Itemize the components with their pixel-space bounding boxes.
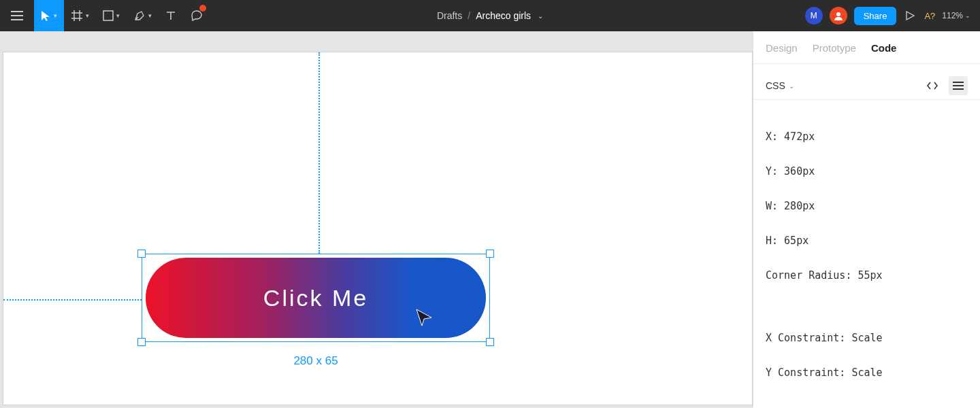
main-menu-button[interactable]	[0, 0, 34, 31]
selected-element[interactable]: Click Me 280 x 65	[142, 254, 490, 342]
selection-dimensions-label: 280 x 65	[142, 354, 490, 368]
breadcrumb-separator: /	[468, 10, 470, 21]
code-properties[interactable]: X: 472px Y: 360px W: 280px H: 65px Corne…	[753, 100, 980, 408]
missing-fonts-badge[interactable]: A?	[924, 11, 935, 21]
resize-handle-tl[interactable]	[137, 250, 146, 258]
comment-tool[interactable]	[183, 0, 210, 31]
shape-tool[interactable]: ▾	[96, 0, 127, 31]
chevron-down-icon: ▾	[116, 12, 120, 19]
avatar[interactable]	[830, 7, 847, 24]
chevron-down-icon: ▾	[54, 12, 57, 19]
top-toolbar: ▾ ▾ ▾ ▾ Drafts / Archeco girls ⌄ M Share…	[0, 0, 980, 31]
play-icon	[906, 11, 915, 20]
pen-tool[interactable]: ▾	[127, 0, 159, 31]
breadcrumb-folder[interactable]: Drafts	[437, 10, 462, 21]
code-language-select[interactable]: CSS ⌄	[766, 80, 794, 91]
alignment-guide-horizontal	[3, 299, 142, 301]
inspector-tabs: Design Prototype Code	[753, 31, 980, 64]
list-icon	[953, 82, 964, 90]
code-language-label: CSS	[766, 80, 785, 91]
prop-y-constraint: Y Constraint: Scale	[766, 364, 968, 382]
notification-dot-icon	[199, 5, 206, 12]
prop-y: Y: 360px	[766, 163, 968, 181]
tab-design[interactable]: Design	[766, 42, 798, 54]
square-icon	[103, 10, 114, 21]
inspector-panel: Design Prototype Code CSS ⌄ X: 472px Y: …	[753, 31, 980, 408]
chevron-down-icon: ⌄	[965, 12, 970, 19]
breadcrumb[interactable]: Drafts / Archeco girls ⌄	[437, 10, 543, 21]
avatar[interactable]: M	[805, 7, 823, 24]
svg-point-1	[836, 12, 840, 16]
text-icon	[165, 10, 176, 21]
chevron-down-icon: ▾	[148, 12, 152, 19]
resize-handle-tr[interactable]	[486, 250, 494, 258]
alignment-guide-vertical	[318, 52, 320, 254]
svg-rect-0	[103, 11, 113, 20]
zoom-value: 112%	[942, 11, 963, 20]
prop-corner-radius: Corner Radius: 55px	[766, 267, 968, 285]
prop-x-constraint: X Constraint: Scale	[766, 330, 968, 347]
text-tool[interactable]	[159, 0, 183, 31]
pen-icon	[133, 10, 146, 22]
frame-tool[interactable]: ▾	[64, 0, 96, 31]
toolbar-right-cluster: M Share A? 112% ⌄	[805, 7, 980, 25]
chevron-down-icon: ▾	[86, 12, 89, 19]
resize-handle-bl[interactable]	[137, 338, 146, 346]
table-view-toggle[interactable]	[949, 76, 968, 95]
present-button[interactable]	[903, 11, 917, 20]
code-view-toggle[interactable]	[923, 76, 942, 95]
tab-prototype[interactable]: Prototype	[813, 42, 856, 54]
selection-outline	[142, 254, 490, 342]
prop-w: W: 280px	[766, 198, 968, 216]
hamburger-icon	[11, 11, 23, 20]
code-brackets-icon	[926, 81, 938, 90]
cursor-icon	[41, 10, 51, 22]
breadcrumb-document[interactable]: Archeco girls	[476, 10, 531, 21]
share-button[interactable]: Share	[854, 7, 897, 25]
move-tool[interactable]: ▾	[34, 0, 64, 31]
resize-handle-br[interactable]	[486, 338, 494, 346]
chevron-down-icon: ⌄	[789, 82, 794, 90]
canvas-frame[interactable]: Click Me 280 x 65	[3, 52, 753, 405]
chevron-down-icon[interactable]: ⌄	[538, 12, 543, 20]
tab-code[interactable]: Code	[871, 42, 897, 54]
code-language-row: CSS ⌄	[753, 64, 980, 100]
person-icon	[834, 11, 843, 20]
prop-x: X: 472px	[766, 129, 968, 146]
canvas-workspace[interactable]: Click Me 280 x 65	[0, 31, 753, 408]
prop-h: H: 65px	[766, 233, 968, 250]
zoom-control[interactable]: 112% ⌄	[942, 11, 970, 20]
frame-icon	[71, 10, 83, 22]
